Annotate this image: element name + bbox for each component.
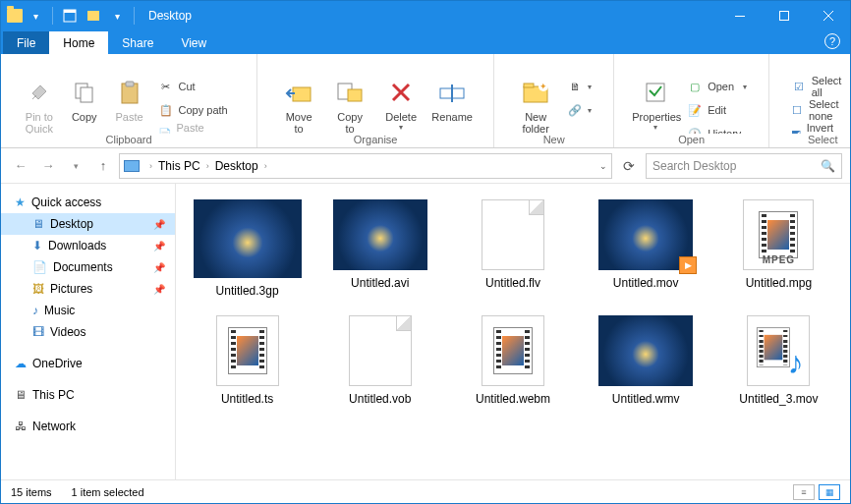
titlebar: ▾ ▾ Desktop (1, 1, 850, 30)
pin-quickaccess-button[interactable]: Pin to Quick access (19, 74, 60, 134)
breadcrumb[interactable]: › This PC › Desktop › ⌄ (119, 153, 612, 179)
nav-item-pictures[interactable]: 🖼Pictures📌 (1, 278, 175, 300)
file-label: Untitled.mov (585, 276, 708, 290)
copypath-button[interactable]: 📋Copy path (154, 99, 240, 121)
view-icons-button[interactable]: ▦ (819, 484, 840, 500)
help-icon[interactable]: ? (824, 33, 840, 49)
music-icon: ♪ (32, 304, 38, 317)
status-bar: 15 items 1 item selected ≡ ▦ (1, 479, 850, 503)
svg-rect-3 (779, 12, 788, 21)
qat-newfolder-icon[interactable] (83, 5, 104, 27)
open-icon: ▢ (687, 79, 703, 94)
file-item[interactable]: Untitled.3gp (186, 199, 309, 298)
file-label: Untitled.ts (186, 392, 309, 406)
nav-onedrive[interactable]: ☁OneDrive (1, 353, 175, 374)
search-icon: 🔍 (821, 159, 835, 173)
newfolder-button[interactable]: ✦New folder (512, 74, 559, 134)
invert-icon: ◩ (791, 126, 802, 134)
search-placeholder: Search Desktop (652, 159, 736, 173)
file-pane[interactable]: Untitled.3gpUntitled.aviUntitled.flv▶Unt… (176, 184, 850, 479)
nav-item-music[interactable]: ♪Music (1, 300, 175, 321)
group-label-open: Open (622, 134, 761, 147)
tab-file[interactable]: File (3, 31, 49, 54)
back-button[interactable]: ← (9, 154, 32, 178)
easyaccess-button[interactable]: 🔗▾ (563, 99, 596, 121)
file-item[interactable]: ♪Untitled_3.mov (717, 315, 840, 406)
properties-button[interactable]: Properties▾ (632, 74, 679, 132)
address-bar: ← → ▾ ↑ › This PC › Desktop › ⌄ ⟳ Search… (1, 148, 850, 184)
nav-item-downloads[interactable]: ⬇Downloads📌 (1, 235, 175, 256)
nav-item-videos[interactable]: 🎞Videos (1, 321, 175, 343)
selectnone-button[interactable]: ☐Select none (787, 99, 851, 121)
history-icon: 🕐 (687, 126, 703, 134)
recent-dropdown[interactable]: ▾ (64, 154, 87, 178)
qat-dropdown[interactable]: ▾ (25, 5, 46, 27)
nav-item-desktop[interactable]: 🖥Desktop📌 (1, 213, 175, 235)
history-button[interactable]: 🕐History (683, 123, 751, 134)
nav-item-documents[interactable]: 📄Documents📌 (1, 256, 175, 278)
search-box[interactable]: Search Desktop 🔍 (646, 153, 842, 179)
file-item[interactable]: Untitled.ts (186, 315, 309, 406)
copy-button[interactable]: Copy (64, 74, 105, 123)
newitem-button[interactable]: 🗎▾ (563, 76, 596, 97)
computer-icon: 🖥 (15, 388, 27, 402)
cut-button[interactable]: ✂Cut (154, 76, 240, 97)
delete-button[interactable]: Delete▾ (377, 74, 425, 132)
ribbon-group-new: ✦New folder 🗎▾ 🔗▾ New (494, 54, 614, 147)
paste-button[interactable]: Paste (109, 74, 150, 123)
pin-icon: 📌 (153, 241, 165, 252)
tab-view[interactable]: View (167, 31, 220, 54)
nav-quickaccess[interactable]: ★Quick access (1, 192, 175, 213)
file-item[interactable]: Untitled.wmv (585, 315, 708, 406)
delete-icon (377, 76, 425, 109)
up-button[interactable]: ↑ (91, 154, 115, 178)
maximize-button[interactable] (762, 1, 806, 30)
selectall-button[interactable]: ☑Select all (787, 76, 851, 97)
minimize-button[interactable] (717, 1, 762, 30)
svg-rect-9 (126, 82, 134, 86)
invertselection-button[interactable]: ◩Invert selection (787, 123, 851, 134)
rename-button[interactable]: Rename (428, 74, 476, 123)
crumb-thispc[interactable]: This PC (158, 159, 200, 173)
file-item[interactable]: Untitled.webm (451, 315, 574, 406)
pictures-icon: 🖼 (32, 282, 44, 296)
nav-thispc[interactable]: 🖥This PC (1, 384, 175, 406)
file-label: Untitled.webm (451, 392, 574, 406)
refresh-button[interactable]: ⟳ (616, 153, 642, 179)
crumb-desktop[interactable]: Desktop (215, 159, 258, 173)
easyaccess-icon: 🔗 (567, 102, 583, 118)
properties-icon (632, 76, 679, 109)
copyto-icon (326, 76, 373, 109)
ribbon-tabs: File Home Share View ? (1, 30, 850, 54)
status-count: 15 items (11, 486, 52, 498)
copyto-button[interactable]: Copy to▾ (326, 74, 373, 134)
address-dropdown[interactable]: ⌄ (599, 161, 607, 171)
view-details-button[interactable]: ≡ (793, 484, 815, 500)
body: ★Quick access 🖥Desktop📌⬇Downloads📌📄Docum… (1, 184, 850, 479)
quick-access-toolbar: ▾ ▾ (1, 5, 128, 27)
file-item[interactable]: ▶Untitled.mov (585, 199, 708, 298)
pasteshortcut-button[interactable]: 📄Paste shortcut (154, 123, 240, 134)
window-title: Desktop (148, 9, 192, 23)
play-icon: ▶ (679, 256, 697, 274)
qat-dropdown2[interactable]: ▾ (106, 5, 128, 27)
file-item[interactable]: Untitled.avi (318, 199, 441, 298)
document-icon: 📄 (32, 260, 47, 274)
file-item[interactable]: MPEGUntitled.mpg (717, 199, 840, 298)
open-button[interactable]: ▢Open▾ (683, 76, 751, 97)
nav-network[interactable]: 🖧Network (1, 416, 175, 437)
tab-share[interactable]: Share (108, 31, 167, 54)
file-item[interactable]: Untitled.vob (318, 315, 441, 406)
folder-icon (7, 9, 23, 23)
group-label-clipboard: Clipboard (9, 134, 249, 147)
edit-button[interactable]: 📝Edit (683, 99, 751, 121)
close-button[interactable] (806, 1, 850, 30)
file-item[interactable]: Untitled.flv (451, 199, 574, 298)
moveto-button[interactable]: Move to▾ (275, 74, 322, 134)
star-icon: ★ (15, 196, 26, 209)
tab-home[interactable]: Home (49, 31, 108, 54)
qat-properties-icon[interactable] (59, 5, 81, 27)
ribbon-group-organise: Move to▾ Copy to▾ Delete▾ Rename Organis… (257, 54, 494, 147)
forward-button[interactable]: → (36, 154, 60, 178)
group-label-new: New (502, 134, 605, 147)
